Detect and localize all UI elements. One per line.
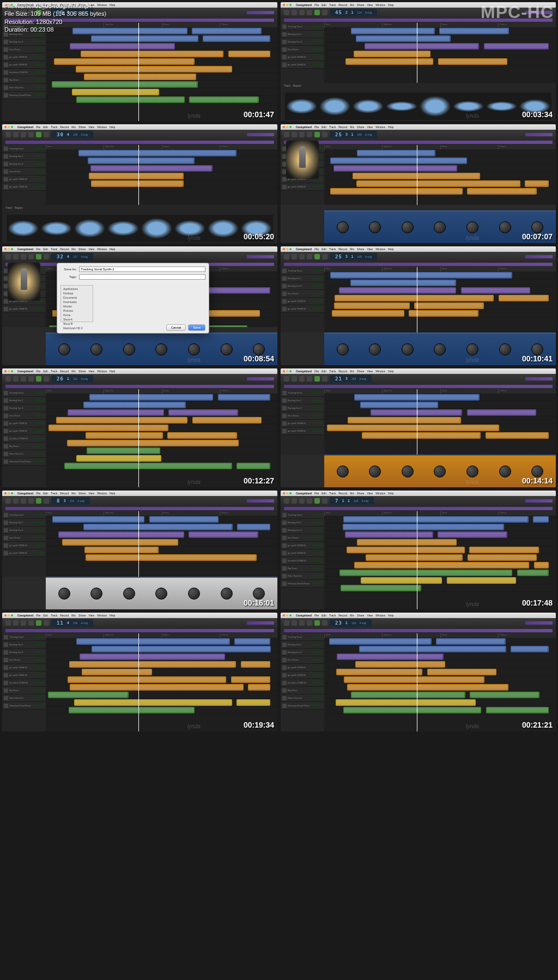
menubar[interactable]: Garageband FileEditTrackRecordMixShareVi… [2,246,277,252]
close-icon[interactable] [283,248,285,250]
audio-region[interactable] [350,280,456,286]
audio-region[interactable] [86,432,162,439]
menu-item[interactable]: Edit [322,614,326,617]
menu-item[interactable]: Help [388,370,393,373]
menu-item[interactable]: Record [60,370,69,373]
audio-region[interactable] [343,516,528,523]
app-menu[interactable]: Garageband [296,370,312,373]
track-header[interactable]: Backing Vox 3 [2,160,46,168]
sidebar-location[interactable]: Show B [62,322,92,326]
menu-item[interactable]: Help [110,125,115,129]
arrangement-marker[interactable] [5,629,274,632]
forward-button[interactable] [299,376,305,382]
menu-item[interactable]: Mix [71,125,76,129]
region-lane[interactable] [46,172,277,180]
app-menu[interactable]: Garageband [17,492,33,495]
window-controls[interactable] [283,248,292,250]
plugin-knob[interactable] [434,465,446,477]
audio-region[interactable] [365,43,479,50]
timeline[interactable]: IntroBig IntroVerseChorus [46,633,277,731]
library-button[interactable] [284,620,289,626]
menu-item[interactable]: Help [110,492,115,495]
track-header[interactable]: gtr synth STEM 02 [2,672,46,679]
close-icon[interactable] [283,126,285,128]
plugin-knob[interactable] [369,221,381,233]
menubar[interactable]: Garageband FileEditTrackRecordMixShareVi… [2,491,277,496]
sidebar-location[interactable]: Documents [62,295,92,300]
playhead[interactable] [138,511,139,577]
plugin-knob[interactable] [155,343,167,355]
region-lane[interactable] [46,409,277,416]
track-header[interactable]: gtr synth STEM 01 [281,420,324,427]
minimize-icon[interactable] [286,614,288,616]
region-lane[interactable] [324,531,556,539]
maximize-icon[interactable] [289,248,292,250]
audio-region[interactable] [329,638,431,645]
menu-item[interactable]: View [88,370,94,373]
plugin-knob[interactable] [531,343,543,355]
library-button[interactable] [5,254,11,259]
region-lane[interactable] [46,88,277,96]
menubar[interactable]: Garageband FileEditTrackRecordMixShareVi… [2,613,277,618]
track-header[interactable]: gtr synth STEM 02 [2,61,46,69]
menu-item[interactable]: Help [388,125,393,129]
window-controls[interactable] [283,126,292,128]
menu-item[interactable]: Mix [350,125,354,129]
audio-region[interactable] [341,585,421,591]
close-icon[interactable] [4,126,7,128]
close-icon[interactable] [283,492,285,494]
region-lane[interactable] [324,523,556,531]
region-lane[interactable] [46,50,277,58]
play-button[interactable] [36,254,41,259]
timeline[interactable]: IntroBig IntroVerseChorus [324,511,556,609]
region-lane[interactable] [324,180,556,187]
menu-item[interactable]: File [314,370,319,373]
region-lane[interactable] [324,149,556,157]
audio-region[interactable] [330,272,512,279]
audio-region[interactable] [68,676,226,683]
track-header[interactable]: gtr synth STEM 02 [2,305,46,313]
audio-region[interactable] [486,707,549,713]
rewind-button[interactable] [13,254,19,259]
region-lane[interactable] [324,50,556,58]
audio-region[interactable] [241,661,271,668]
lcd-display[interactable]: 25 3 1 109 A maj [330,253,377,261]
track-header[interactable]: Tracking Vocal [281,511,324,519]
forward-button[interactable] [21,376,26,382]
play-button[interactable] [314,132,320,137]
region-lane[interactable] [46,424,277,432]
forward-button[interactable] [21,498,26,504]
playhead[interactable] [138,145,139,205]
plugin-knob[interactable] [221,343,233,355]
audio-region[interactable] [248,684,270,691]
track-header[interactable]: Steinway Grand Piano [2,458,46,465]
cancel-button[interactable]: Cancel [166,324,186,331]
timeline[interactable]: IntroBig IntroVerseChorus [324,633,556,731]
video-thumbnail[interactable]: Garageband FileEditTrackRecordMixShareVi… [281,491,556,609]
video-thumbnail[interactable]: Garageband FileEditTrackRecordMixShareVi… [281,246,556,365]
track-header[interactable]: Retro Rock Kit [2,84,46,92]
region-lane[interactable] [324,683,556,691]
timeline-ruler[interactable]: IntroBig IntroVerseChorus [324,267,556,271]
minimize-icon[interactable] [8,614,10,616]
plugin-knob[interactable] [58,588,70,600]
track-header[interactable]: Backing Vox 2 [2,519,46,527]
audio-region[interactable] [89,394,213,401]
menubar[interactable]: Garageband FileEditTrackRecordMixShareVi… [281,491,556,496]
region-lane[interactable] [46,706,277,714]
track-header[interactable]: strumbox STEM 01 [2,69,46,76]
region-lane[interactable] [46,516,277,523]
region-lane[interactable] [324,401,556,409]
menu-item[interactable]: Window [375,247,385,251]
timeline[interactable]: IntroBig IntroVerseChorus [324,267,556,332]
region-lane[interactable] [324,165,556,172]
lcd-display[interactable]: 21 3 109 A maj [330,375,372,383]
menu-item[interactable]: Edit [43,492,48,495]
plugin-knob[interactable] [402,343,414,355]
region-lane[interactable] [324,287,556,294]
audio-region[interactable] [81,51,224,57]
app-menu[interactable]: Garageband [296,614,312,617]
audio-region[interactable] [343,524,504,530]
window-controls[interactable] [4,248,13,250]
audio-region[interactable] [91,180,184,187]
